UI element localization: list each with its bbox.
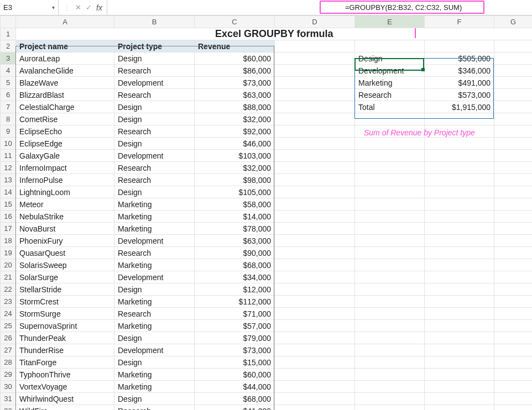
cell[interactable]: Project name — [16, 40, 114, 52]
cell[interactable] — [494, 223, 533, 235]
cell[interactable]: Marketing — [114, 381, 195, 393]
cell[interactable]: $63,000 — [195, 235, 275, 247]
cell[interactable]: Design — [355, 52, 425, 65]
cell[interactable]: SupernovaSprint — [16, 320, 114, 332]
row-header[interactable]: 28 — [1, 356, 16, 369]
cell[interactable]: Research — [114, 247, 195, 259]
cell[interactable]: StormSurge — [16, 308, 114, 320]
row-header[interactable]: 21 — [1, 271, 16, 283]
cell[interactable]: $71,000 — [195, 308, 275, 320]
row-header[interactable]: 20 — [1, 259, 16, 271]
cell[interactable] — [494, 174, 533, 186]
cell[interactable] — [355, 296, 425, 308]
cell[interactable] — [275, 138, 355, 150]
cell[interactable]: $88,000 — [195, 101, 275, 113]
cell[interactable] — [275, 393, 355, 405]
cell[interactable]: $491,000 — [425, 77, 494, 89]
cell[interactable]: Project type — [114, 40, 195, 52]
cell[interactable] — [494, 235, 533, 247]
cell[interactable]: StellarStride — [16, 283, 114, 296]
cell[interactable] — [275, 308, 355, 320]
cell[interactable]: Development — [114, 235, 195, 247]
cell[interactable] — [275, 150, 355, 162]
cell[interactable]: BlizzardBlast — [16, 89, 114, 101]
cell[interactable] — [275, 356, 355, 369]
cell[interactable] — [425, 271, 494, 283]
cell[interactable]: $32,000 — [195, 113, 275, 125]
cell[interactable] — [425, 223, 494, 235]
cell[interactable]: $98,000 — [195, 174, 275, 186]
cell[interactable] — [494, 198, 533, 211]
cell[interactable] — [425, 211, 494, 223]
cell[interactable]: Design — [114, 332, 195, 344]
col-header[interactable]: F — [425, 16, 494, 28]
cell[interactable]: $44,000 — [195, 381, 275, 393]
cell[interactable] — [355, 405, 425, 411]
cell[interactable] — [425, 174, 494, 186]
row-header[interactable]: 27 — [1, 344, 16, 356]
cell[interactable] — [494, 101, 533, 113]
cell[interactable]: $573,000 — [425, 89, 494, 101]
row-header[interactable]: 14 — [1, 186, 16, 198]
cell[interactable] — [425, 235, 494, 247]
col-header[interactable]: E — [355, 16, 425, 28]
cell[interactable]: Development — [355, 65, 425, 77]
cell[interactable]: $79,000 — [195, 332, 275, 344]
cell[interactable] — [275, 186, 355, 198]
cell[interactable] — [494, 259, 533, 271]
cell[interactable] — [494, 65, 533, 77]
name-box[interactable]: E3 ▾ — [0, 0, 59, 15]
cell[interactable] — [494, 125, 533, 138]
cell[interactable] — [275, 223, 355, 235]
cell[interactable]: Meteor — [16, 198, 114, 211]
cell[interactable]: Design — [114, 113, 195, 125]
cell[interactable]: Marketing — [114, 369, 195, 381]
cell[interactable] — [425, 356, 494, 369]
cell[interactable] — [355, 174, 425, 186]
cell[interactable] — [494, 356, 533, 369]
cell[interactable] — [425, 332, 494, 344]
cell[interactable]: TitanForge — [16, 356, 114, 369]
cell[interactable] — [425, 247, 494, 259]
cell[interactable]: Research — [114, 405, 195, 411]
cell[interactable]: Marketing — [114, 223, 195, 235]
cell[interactable] — [355, 271, 425, 283]
row-header[interactable]: 24 — [1, 308, 16, 320]
cell[interactable]: StormCrest — [16, 296, 114, 308]
cell[interactable]: Research — [114, 308, 195, 320]
cell[interactable]: $68,000 — [195, 393, 275, 405]
cell[interactable] — [355, 332, 425, 344]
cell[interactable] — [494, 308, 533, 320]
cell[interactable] — [275, 198, 355, 211]
cell[interactable] — [425, 113, 494, 125]
cell[interactable] — [275, 247, 355, 259]
cell[interactable] — [275, 40, 355, 52]
row-header[interactable]: 31 — [1, 393, 16, 405]
cell[interactable] — [494, 332, 533, 344]
cell[interactable]: $346,000 — [425, 65, 494, 77]
cell[interactable]: QuasarQuest — [16, 247, 114, 259]
col-header[interactable]: D — [275, 16, 355, 28]
cell[interactable]: $12,000 — [195, 283, 275, 296]
cell[interactable]: Marketing — [355, 77, 425, 89]
row-header[interactable]: 29 — [1, 369, 16, 381]
cell[interactable]: Research — [114, 162, 195, 174]
select-all-corner[interactable] — [1, 16, 16, 28]
cell[interactable] — [355, 369, 425, 381]
cell[interactable] — [494, 113, 533, 125]
cell[interactable] — [275, 369, 355, 381]
cell[interactable] — [355, 223, 425, 235]
cell[interactable] — [494, 296, 533, 308]
cell[interactable]: SolarSurge — [16, 271, 114, 283]
cancel-icon[interactable]: ✕ — [75, 3, 81, 12]
row-header[interactable]: 4 — [1, 65, 16, 77]
cell[interactable]: NebulaStrike — [16, 211, 114, 223]
cell[interactable]: Marketing — [114, 296, 195, 308]
cell[interactable]: Development — [114, 271, 195, 283]
cell[interactable] — [275, 283, 355, 296]
row-header[interactable]: 18 — [1, 235, 16, 247]
row-header[interactable]: 30 — [1, 381, 16, 393]
row-header[interactable]: 15 — [1, 198, 16, 211]
cell[interactable] — [494, 271, 533, 283]
cell[interactable] — [425, 150, 494, 162]
